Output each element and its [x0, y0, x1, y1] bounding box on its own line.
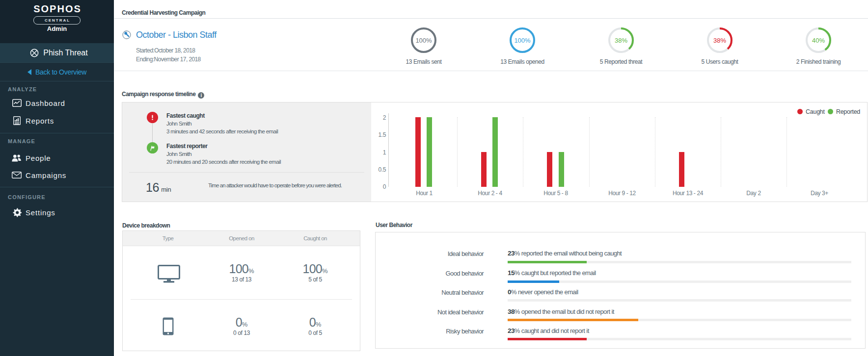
svg-text:100%: 100% — [514, 37, 531, 44]
svg-text:38%: 38% — [713, 37, 726, 44]
svg-text:38%: 38% — [615, 37, 627, 44]
svg-text:40%: 40% — [812, 37, 825, 44]
svg-text:100%: 100% — [415, 37, 432, 44]
